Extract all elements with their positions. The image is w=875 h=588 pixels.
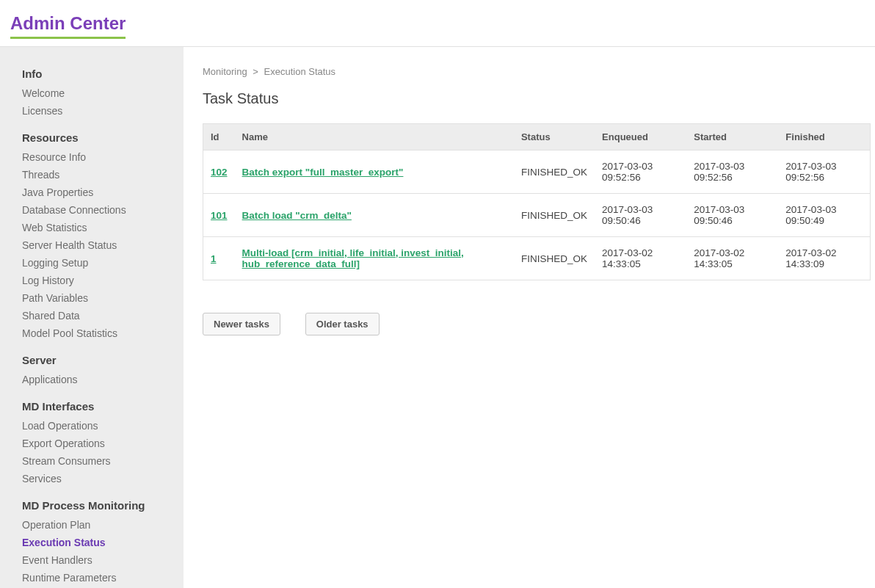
nav-group-title: MD Process Monitoring (0, 495, 184, 516)
task-name-link[interactable]: Batch export "full_master_export" (242, 167, 404, 178)
breadcrumb-separator: > (253, 66, 258, 77)
table-row: 101Batch load "crm_delta"FINISHED_OK2017… (203, 194, 871, 237)
table-row: 102Batch export "full_master_export"FINI… (203, 150, 871, 194)
nav-group-title: Resources (0, 127, 184, 148)
nav-item[interactable]: Database Connections (0, 201, 184, 219)
newer-tasks-button[interactable]: Newer tasks (203, 313, 280, 335)
nav-item[interactable]: Execution Status (0, 534, 184, 551)
nav-item[interactable]: Load Operations (0, 417, 184, 435)
nav-item[interactable]: Stream Consumers (0, 452, 184, 470)
cell-finished: 2017-03-03 09:50:49 (778, 194, 870, 237)
main-content: Monitoring > Execution Status Task Statu… (184, 47, 875, 588)
nav-item[interactable]: Java Properties (0, 184, 184, 201)
older-tasks-button[interactable]: Older tasks (305, 313, 380, 335)
task-name-link[interactable]: Batch load "crm_delta" (242, 210, 352, 221)
nav-item[interactable]: Applications (0, 371, 184, 388)
col-header-finished: Finished (778, 124, 870, 150)
breadcrumb-part-2: Execution Status (264, 66, 336, 77)
nav-item[interactable]: Path Variables (0, 289, 184, 307)
app-header: Admin Center (0, 0, 875, 47)
pager: Newer tasks Older tasks (203, 313, 875, 335)
nav-group-title: MD Interfaces (0, 396, 184, 417)
nav-item[interactable]: Server Health Status (0, 236, 184, 254)
task-status-table: Id Name Status Enqueued Started Finished… (203, 123, 871, 280)
nav-item[interactable]: Shared Data (0, 307, 184, 324)
page-title: Task Status (203, 90, 875, 107)
col-header-name: Name (235, 124, 514, 150)
task-id-link[interactable]: 1 (211, 253, 217, 264)
col-header-enqueued: Enqueued (595, 124, 686, 150)
col-header-status: Status (514, 124, 595, 150)
col-header-id: Id (203, 124, 235, 150)
sidebar: InfoWelcomeLicensesResourcesResource Inf… (0, 47, 184, 588)
cell-started: 2017-03-02 14:33:05 (686, 237, 778, 280)
nav-item[interactable]: Log History (0, 272, 184, 289)
cell-started: 2017-03-03 09:50:46 (686, 194, 778, 237)
nav-item[interactable]: Welcome (0, 84, 184, 102)
cell-enqueued: 2017-03-03 09:50:46 (595, 194, 686, 237)
nav-item[interactable]: Resource Info (0, 148, 184, 166)
cell-status: FINISHED_OK (514, 150, 595, 194)
nav-item[interactable]: Web Statistics (0, 219, 184, 236)
cell-finished: 2017-03-02 14:33:09 (778, 237, 870, 280)
cell-enqueued: 2017-03-03 09:52:56 (595, 150, 686, 194)
nav-item[interactable]: Licenses (0, 102, 184, 120)
nav-group-title: Info (0, 63, 184, 84)
app-title: Admin Center (10, 13, 126, 39)
nav-item[interactable]: Logging Setup (0, 254, 184, 272)
nav-item[interactable]: Services (0, 470, 184, 487)
nav-group-title: Server (0, 349, 184, 371)
task-id-link[interactable]: 102 (211, 167, 228, 178)
cell-started: 2017-03-03 09:52:56 (686, 150, 778, 194)
cell-finished: 2017-03-03 09:52:56 (778, 150, 870, 194)
task-name-link[interactable]: Multi-load [crm_initial, life_initial, i… (242, 247, 464, 269)
task-id-link[interactable]: 101 (211, 210, 228, 221)
breadcrumb: Monitoring > Execution Status (203, 66, 875, 77)
nav-item[interactable]: Threads (0, 166, 184, 184)
nav-item[interactable]: Export Operations (0, 435, 184, 452)
cell-status: FINISHED_OK (514, 194, 595, 237)
cell-enqueued: 2017-03-02 14:33:05 (595, 237, 686, 280)
nav-item[interactable]: Operation Plan (0, 516, 184, 534)
nav-item[interactable]: Event Handlers (0, 551, 184, 569)
col-header-started: Started (686, 124, 778, 150)
nav-item[interactable]: Model Pool Statistics (0, 324, 184, 342)
table-header-row: Id Name Status Enqueued Started Finished (203, 124, 871, 150)
cell-status: FINISHED_OK (514, 237, 595, 280)
breadcrumb-part-1: Monitoring (203, 66, 247, 77)
nav-item[interactable]: Runtime Parameters (0, 569, 184, 587)
table-row: 1Multi-load [crm_initial, life_initial, … (203, 237, 871, 280)
layout: InfoWelcomeLicensesResourcesResource Inf… (0, 47, 875, 588)
